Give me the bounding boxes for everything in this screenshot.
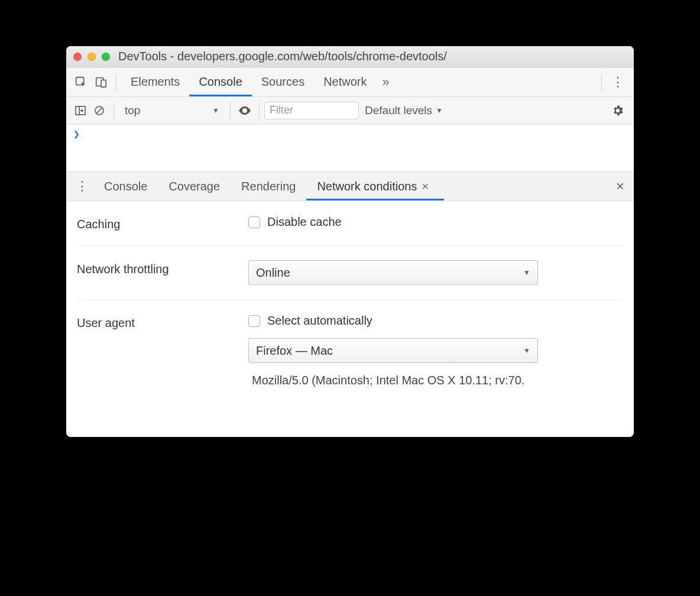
execution-context-select[interactable]: top ▼ [119,101,225,120]
svg-line-6 [96,108,102,114]
close-drawer-icon[interactable]: × [611,178,629,195]
tab-network-label: Network [323,75,367,89]
tab-sources[interactable]: Sources [252,67,314,96]
window-title: DevTools - developers.google.com/web/too… [118,50,627,63]
console-settings-icon[interactable] [611,104,629,117]
main-tabs-bar: Elements Console Sources Network » ⋮ [66,67,634,97]
inspect-element-icon[interactable] [71,72,91,92]
more-options-icon[interactable]: ⋮ [607,74,629,90]
divider [259,102,260,119]
tab-console[interactable]: Console [189,67,251,96]
user-agent-select[interactable]: Firefox — Mac ▼ [248,338,538,363]
live-expression-icon[interactable] [235,101,254,120]
divider [114,102,114,119]
maximize-window-button[interactable] [102,53,110,61]
svg-point-7 [244,109,246,112]
close-tab-icon[interactable]: × [417,180,433,193]
divider [230,102,231,119]
tab-sources-label: Sources [261,75,304,89]
user-agent-row: User agent Select automatically Firefox … [77,300,623,401]
select-automatically-checkbox[interactable]: Select automatically [248,314,623,328]
svg-rect-2 [101,80,106,87]
drawer-tab-coverage[interactable]: Coverage [158,172,231,200]
drawer-tab-coverage-label: Coverage [168,180,220,193]
user-agent-label: User agent [77,314,248,330]
clear-console-icon[interactable] [90,101,109,120]
filter-input[interactable]: Filter [264,102,359,119]
dropdown-triangle-icon: ▼ [436,106,443,115]
tab-elements-label: Elements [131,75,180,89]
select-automatically-checkbox-label: Select automatically [267,314,372,328]
minimize-window-button[interactable] [88,53,96,61]
drawer-more-icon[interactable]: ⋮ [71,179,93,194]
log-levels-select[interactable]: Default levels ▼ [359,104,449,117]
devtools-window: DevTools - developers.google.com/web/too… [66,46,634,437]
drawer-tabs-bar: ⋮ Console Coverage Rendering Network con… [66,171,634,201]
drawer-tab-console[interactable]: Console [93,172,158,200]
network-conditions-panel: Caching Disable cache Network throttling… [66,201,634,437]
tabs-overflow-icon[interactable]: » [377,74,396,90]
console-body[interactable]: ❯ [66,124,634,171]
divider [601,74,602,90]
tab-console-label: Console [199,75,242,89]
throttling-label: Network throttling [77,260,248,276]
filter-placeholder: Filter [270,104,293,116]
caching-row: Caching Disable cache [77,201,623,246]
drawer-tab-rendering-label: Rendering [241,180,296,193]
throttling-row: Network throttling Online ▼ [77,246,623,300]
toggle-console-sidebar-icon[interactable] [71,101,90,120]
tab-elements[interactable]: Elements [121,67,189,96]
throttling-select-value: Online [256,266,290,280]
disable-cache-checkbox-label: Disable cache [267,215,342,229]
checkbox-icon [248,216,260,228]
user-agent-string: Mozilla/5.0 (Macintosh; Intel Mac OS X 1… [248,374,623,387]
dropdown-triangle-icon: ▼ [523,268,530,277]
execution-context-label: top [125,104,140,117]
dropdown-triangle-icon: ▼ [212,106,219,115]
drawer-tab-network-conditions-label: Network conditions [317,180,417,193]
window-controls [73,53,110,61]
disable-cache-checkbox[interactable]: Disable cache [248,215,623,229]
tab-network[interactable]: Network [314,67,376,96]
drawer-tab-console-label: Console [104,180,147,193]
user-agent-select-value: Firefox — Mac [256,344,333,358]
drawer-tab-network-conditions[interactable]: Network conditions × [306,172,444,200]
console-toolbar: top ▼ Filter Default levels ▼ [66,97,634,124]
close-window-button[interactable] [73,53,82,61]
device-toolbar-icon[interactable] [91,72,111,92]
dropdown-triangle-icon: ▼ [523,346,530,355]
checkbox-icon [248,315,260,327]
drawer-tab-rendering[interactable]: Rendering [231,172,306,200]
caching-label: Caching [77,215,248,231]
throttling-select[interactable]: Online ▼ [248,260,538,285]
log-levels-label: Default levels [365,104,432,117]
console-prompt-icon: ❯ [73,128,80,140]
divider [116,74,116,90]
titlebar: DevTools - developers.google.com/web/too… [66,46,634,67]
